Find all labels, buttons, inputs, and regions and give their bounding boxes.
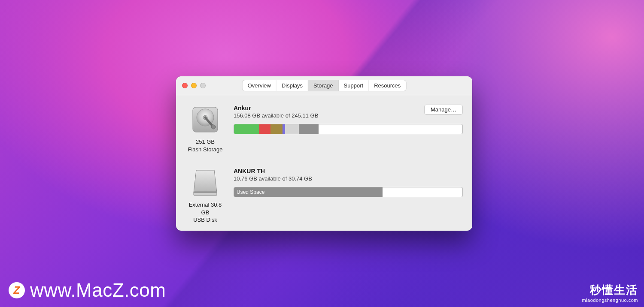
- svg-rect-5: [194, 192, 217, 193]
- watermark-cn-text: 秒懂生活: [582, 283, 638, 298]
- tab-resources[interactable]: Resources: [369, 80, 406, 91]
- drive-name: Ankur: [234, 105, 318, 111]
- zoom-button: [200, 83, 206, 88]
- watermark-left: Z www.MacZ.com: [9, 280, 166, 301]
- watermark-url-text: www.MacZ.com: [30, 280, 166, 301]
- close-button[interactable]: [182, 83, 188, 88]
- watermark-cn-url: miaodongshenghuo.com: [582, 298, 638, 303]
- window-controls: [182, 83, 206, 88]
- external-disk-icon: [190, 168, 220, 198]
- tab-overview[interactable]: Overview: [243, 80, 276, 91]
- tab-bar: Overview Displays Storage Support Resour…: [243, 80, 406, 91]
- storage-bar: [234, 124, 463, 134]
- manage-button[interactable]: Manage…: [424, 105, 463, 114]
- tab-displays[interactable]: Displays: [276, 80, 308, 91]
- watermark-right: 秒懂生活 miaodongshenghuo.com: [582, 283, 638, 303]
- storage-segment: [285, 124, 299, 134]
- svg-point-3: [211, 125, 216, 129]
- watermark-logo-icon: Z: [9, 282, 25, 298]
- about-this-mac-window: Overview Displays Storage Support Resour…: [176, 76, 472, 231]
- minimize-button[interactable]: [191, 83, 197, 88]
- drive-name: ANKUR TH: [234, 168, 312, 175]
- drive-row: 251 GB Flash Storage Ankur 156.08 GB ava…: [185, 105, 463, 153]
- drive-caption: 251 GB Flash Storage: [185, 138, 225, 153]
- storage-panel: 251 GB Flash Storage Ankur 156.08 GB ava…: [176, 95, 472, 231]
- storage-segment: Used Space: [234, 187, 383, 197]
- storage-segment: [234, 124, 259, 134]
- drive-capacity-label: External 30.8 GB: [185, 201, 225, 216]
- storage-segment: [259, 124, 270, 134]
- drive-row: External 30.8 GB USB Disk ANKUR TH 10.76…: [185, 168, 463, 224]
- drive-available: 10.76 GB available of 30.74 GB: [234, 175, 312, 182]
- drive-capacity-label: 251 GB: [185, 138, 225, 146]
- drive-caption: External 30.8 GB USB Disk: [185, 201, 225, 224]
- storage-segment: [299, 124, 319, 134]
- window-titlebar: Overview Displays Storage Support Resour…: [176, 76, 472, 95]
- internal-hdd-icon: [190, 105, 220, 135]
- drive-type-label: USB Disk: [185, 216, 225, 224]
- tab-support[interactable]: Support: [339, 80, 369, 91]
- drive-type-label: Flash Storage: [185, 146, 225, 154]
- drive-available: 156.08 GB available of 245.11 GB: [234, 112, 318, 119]
- storage-segment: [270, 124, 283, 134]
- storage-bar: Used Space: [234, 187, 463, 197]
- tab-storage[interactable]: Storage: [308, 80, 339, 91]
